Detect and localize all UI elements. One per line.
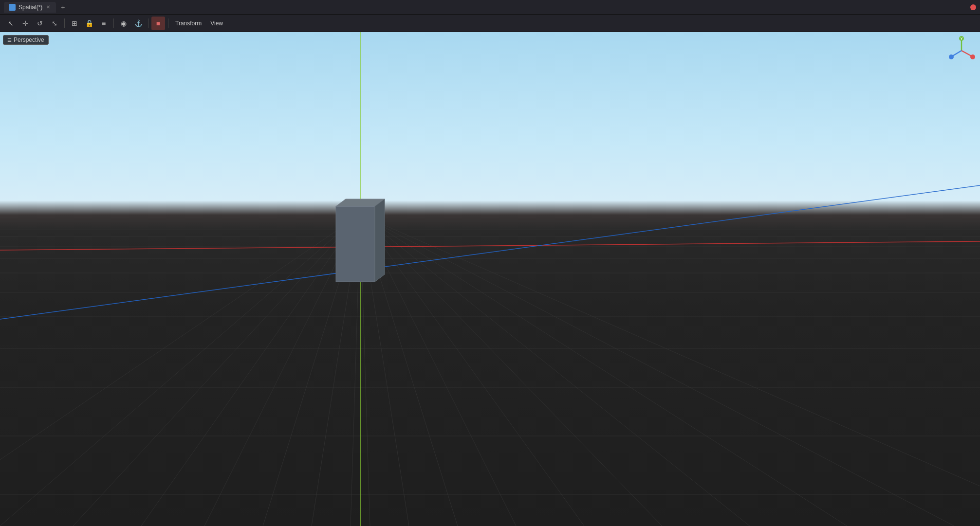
toolbar-separator-2 <box>113 18 114 28</box>
select-tool[interactable]: ↖ <box>4 17 18 30</box>
toolbar-separator-3 <box>148 18 148 28</box>
move-tool[interactable]: ✛ <box>18 17 32 30</box>
add-tab-button[interactable]: + <box>58 2 68 12</box>
tab-close-button[interactable]: ✕ <box>45 4 51 10</box>
svg-line-28 <box>360 215 847 526</box>
scene-svg <box>0 32 980 526</box>
perspective-label[interactable]: ☰ Perspective <box>3 35 49 45</box>
svg-line-15 <box>73 215 360 526</box>
toolbar: ↖ ✛ ↺ ⤡ ⊞ 🔒 ≡ ◉ ⚓ ■ Transform View <box>0 15 980 32</box>
spatial-tab[interactable]: Spatial(*) ✕ <box>4 2 56 13</box>
align-tool[interactable]: ≡ <box>97 17 111 30</box>
svg-line-30 <box>360 215 980 526</box>
extra-button[interactable]: ■ <box>151 17 165 30</box>
scale-tool[interactable]: ⤡ <box>48 17 61 30</box>
hamburger-icon: ☰ <box>7 37 12 43</box>
maximize-button[interactable] <box>970 4 976 10</box>
svg-text:Y: Y <box>961 37 963 40</box>
rotate-tool[interactable]: ↺ <box>33 17 47 30</box>
svg-line-29 <box>360 215 954 526</box>
svg-rect-34 <box>336 206 375 282</box>
titlebar: Spatial(*) ✕ + <box>0 0 980 15</box>
svg-point-41 <box>970 54 975 59</box>
tab-icon <box>9 4 16 11</box>
lock-tool[interactable]: 🔒 <box>82 17 96 30</box>
tab-label: Spatial(*) <box>18 4 42 11</box>
sphere-tool[interactable]: ◉ <box>117 17 130 30</box>
svg-line-40 <box>962 51 972 56</box>
svg-point-43 <box>949 54 954 59</box>
transform-menu[interactable]: Transform <box>171 18 205 29</box>
window-controls <box>970 4 976 10</box>
svg-line-27 <box>360 215 750 526</box>
grid-snap-tool[interactable]: ⊞ <box>68 17 81 30</box>
toolbar-separator-4 <box>168 18 168 28</box>
svg-marker-36 <box>375 199 385 282</box>
svg-rect-0 <box>0 215 980 526</box>
svg-line-25 <box>360 215 584 526</box>
orientation-gizmo[interactable]: Y <box>947 36 976 65</box>
perspective-text: Perspective <box>14 36 44 43</box>
toolbar-separator-1 <box>64 18 65 28</box>
svg-line-16 <box>141 215 360 526</box>
svg-line-26 <box>360 215 662 526</box>
svg-line-14 <box>0 215 360 526</box>
viewport[interactable]: ☰ Perspective Y <box>0 32 980 526</box>
svg-line-32 <box>0 185 980 319</box>
svg-line-31 <box>0 241 980 250</box>
view-menu[interactable]: View <box>206 18 227 29</box>
anchor-tool[interactable]: ⚓ <box>131 17 145 30</box>
